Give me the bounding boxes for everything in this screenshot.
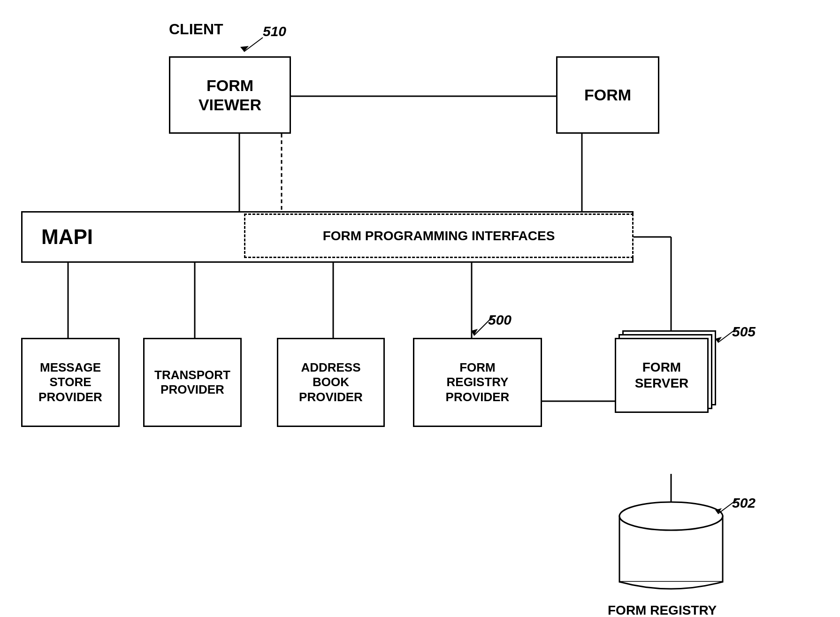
svg-line-14 [474,317,493,335]
ref-500-arrow [465,312,502,340]
ref-502-arrow [709,495,746,518]
address-book-provider-box: ADDRESS BOOK PROVIDER [277,338,385,427]
message-store-provider-box: MESSAGE STORE PROVIDER [21,338,120,427]
form-programming-interfaces-box: FORM PROGRAMMING INTERFACES [244,213,634,258]
form-server-front: FORM SERVER [615,338,709,413]
form-registry-label: FORM REGISTRY [608,603,717,617]
svg-marker-21 [715,508,722,514]
client-label: CLIENT [169,21,223,38]
svg-line-12 [244,38,263,52]
transport-provider-box: TRANSPORT PROVIDER [143,338,242,427]
ref-510-arrow [225,23,282,61]
svg-line-20 [718,500,737,514]
form-viewer-box: FORM VIEWER [169,56,291,134]
form-registry-provider-box: FORM REGISTRY PROVIDER [413,338,542,427]
svg-point-19 [619,502,723,530]
svg-line-16 [718,328,737,343]
diagram: CLIENT 510 FORM VIEWER FORM MAPI FORM PR… [0,0,840,617]
form-box: FORM [556,56,659,134]
ref-505-arrow [709,324,746,347]
svg-marker-17 [715,337,722,343]
